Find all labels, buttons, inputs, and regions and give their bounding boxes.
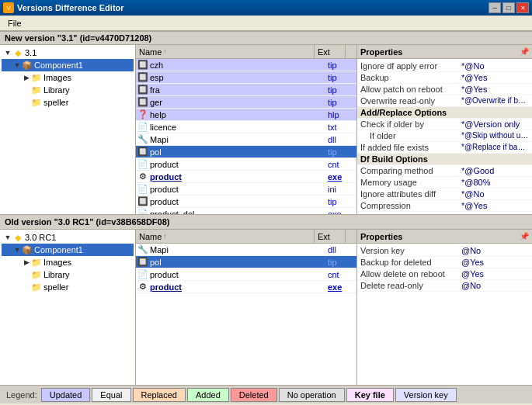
- prop-value-backup: *@Yes: [461, 73, 529, 82]
- file-name-product-ini: product: [150, 185, 328, 194]
- prop-value-added-exists: *@Replace if backupec: [461, 143, 529, 152]
- folder-icon-bottom-speller: 📁: [31, 282, 42, 292]
- toggle-images[interactable]: ▶: [22, 73, 31, 82]
- prop-comparing: Comparing method *@Good: [357, 165, 532, 177]
- file-ext-pol: tip: [328, 147, 355, 157]
- bottom-file-list-panel: Name ↑ Ext 🔧 Mapi dll: [136, 230, 357, 385]
- bottom-prop-delete-reboot: Allow delete on reboot @Yes: [357, 268, 532, 280]
- legend-added: Added: [187, 388, 229, 402]
- tree-item-bottom-images[interactable]: ▶ 📁 Images: [2, 256, 134, 268]
- prop-value-comparing: *@Good: [461, 166, 529, 175]
- pin-icon-top[interactable]: 📌: [520, 47, 529, 56]
- bottom-file-icon-mapi: 🔧: [137, 244, 148, 255]
- bottom-properties-title: Properties: [360, 232, 402, 241]
- tree-item-speller[interactable]: 📁 speller: [2, 96, 134, 109]
- prop-overwrite-ro: Overwrite read-only *@Overwrite if backu…: [357, 95, 532, 107]
- folder-icon-speller: 📁: [31, 97, 42, 108]
- file-row-product-exe[interactable]: ⚙ product exe: [136, 171, 356, 183]
- prop-label-ignore-df: Ignore df apply error: [360, 61, 461, 71]
- top-properties-panel: Properties 📌 Ignore df apply error *@No …: [357, 45, 532, 237]
- toggle-bottom-root[interactable]: ▼: [3, 233, 12, 242]
- file-row-product-cnt[interactable]: 📄 product cnt: [136, 158, 356, 171]
- file-row-esp[interactable]: 🔲 esp tip: [136, 71, 356, 84]
- tree-item-component1[interactable]: ▼ 📦 Component1: [2, 59, 134, 71]
- file-row-product-tip[interactable]: 🔲 product tip: [136, 196, 356, 208]
- bottom-file-ext-mapi: dll: [328, 245, 355, 254]
- tree-item-bottom-speller[interactable]: 📁 speller: [2, 281, 134, 293]
- toggle-bottom-images[interactable]: ▶: [22, 258, 31, 267]
- app-icon: V: [3, 2, 14, 13]
- file-ext-czh: tip: [328, 61, 355, 70]
- bottom-file-ext-product-cnt: cnt: [328, 270, 355, 279]
- tree-item-library[interactable]: 📁 Library: [2, 84, 134, 96]
- bottom-prop-version-key: Version key @No: [357, 245, 532, 257]
- bottom-header-text: Old version "3.0 RC1" (id=v38B658DF08): [5, 217, 170, 227]
- prop-label-comparing: Comparing method: [360, 166, 461, 175]
- bottom-file-ext-pol: tip: [328, 258, 355, 267]
- menu-file[interactable]: File: [3, 18, 26, 29]
- top-section-header: New version "3.1" (id=v4470D71208): [0, 31, 532, 45]
- file-ext-help: hlp: [328, 110, 355, 119]
- file-name-czh: czh: [150, 61, 328, 70]
- file-row-fra[interactable]: 🔲 fra tip: [136, 84, 356, 96]
- file-name-product-exe: product: [150, 172, 328, 182]
- col-name[interactable]: Name ↑: [136, 45, 315, 58]
- file-ext-product-tip: tip: [328, 197, 355, 206]
- bottom-file-icon-product-cnt: 📄: [137, 269, 148, 280]
- bottom-col-name[interactable]: Name ↑: [136, 230, 315, 243]
- bottom-col-scroll-header: [346, 230, 356, 243]
- toggle-comp1[interactable]: ▼: [12, 61, 22, 70]
- legend-no-operation: No operation: [279, 388, 345, 402]
- menu-bar: File: [0, 16, 532, 31]
- prop-backup: Backup *@Yes: [357, 72, 532, 84]
- bottom-file-list-header: Name ↑ Ext: [136, 230, 356, 244]
- top-properties-header: Properties 📌: [357, 45, 532, 59]
- file-row-help[interactable]: ❓ help hlp: [136, 109, 356, 121]
- toggle-bottom-comp1[interactable]: ▼: [12, 245, 22, 254]
- file-ext-product-ini: ini: [328, 185, 355, 194]
- pin-icon-bottom[interactable]: 📌: [520, 232, 529, 241]
- tree-item-bottom-comp1[interactable]: ▼ 📦 Component1: [2, 244, 134, 256]
- file-name-licence: licence: [150, 123, 328, 132]
- close-button[interactable]: ✕: [516, 2, 529, 13]
- tree-item-bottom-library[interactable]: 📁 Library: [2, 268, 134, 281]
- prop-compression: Compression *@Yes: [357, 200, 532, 212]
- top-file-list-body[interactable]: 🔲 czh tip 🔲 esp tip 🔲 fra tip: [136, 59, 356, 237]
- bottom-col-ext[interactable]: Ext: [315, 230, 346, 243]
- toggle-root[interactable]: ▼: [3, 48, 12, 57]
- col-ext[interactable]: Ext: [315, 45, 346, 58]
- file-icon-help: ❓: [137, 109, 148, 120]
- tree-item-root[interactable]: ▼ ◆ 3.1: [2, 47, 134, 59]
- bottom-file-row-product-exe[interactable]: ⚙ product exe: [136, 281, 356, 293]
- bottom-file-name-product-cnt: product: [150, 270, 328, 279]
- legend-updated-label: Updated: [50, 390, 82, 400]
- file-name-mapi: Mapi: [150, 135, 328, 144]
- file-row-licence[interactable]: 📄 licence txt: [136, 121, 356, 133]
- bottom-file-list-body[interactable]: 🔧 Mapi dll 🔲 pol tip 📄 product cnt: [136, 244, 356, 385]
- top-properties-title: Properties: [360, 47, 402, 57]
- bottom-prop-value-delete-reboot: @Yes: [461, 269, 529, 279]
- folder-icon-bottom-images: 📁: [31, 257, 42, 268]
- sort-arrow-name: ↑: [163, 48, 166, 55]
- legend-deleted-label: Deleted: [239, 390, 269, 400]
- bottom-col-ext-label: Ext: [318, 232, 330, 241]
- file-icon-product-tip: 🔲: [137, 196, 148, 207]
- maximize-button[interactable]: □: [502, 2, 515, 13]
- file-name-ger: ger: [150, 98, 328, 107]
- bottom-file-row-mapi[interactable]: 🔧 Mapi dll: [136, 244, 356, 256]
- file-row-mapi[interactable]: 🔧 Mapi dll: [136, 133, 356, 146]
- file-icon-mapi: 🔧: [137, 134, 148, 145]
- prop-check-older: Check if older by *@Version only: [357, 119, 532, 130]
- bottom-file-row-pol[interactable]: 🔲 pol tip: [136, 256, 356, 268]
- bottom-file-row-product-cnt[interactable]: 📄 product cnt: [136, 268, 356, 281]
- file-row-czh[interactable]: 🔲 czh tip: [136, 59, 356, 71]
- minimize-button[interactable]: ─: [489, 2, 501, 13]
- legend-bar: Legend: Updated Equal Replaced Added Del…: [0, 385, 532, 403]
- file-row-pol[interactable]: 🔲 pol tip: [136, 146, 356, 158]
- tree-item-bottom-root[interactable]: ▼ ◆ 3.0 RC1: [2, 231, 134, 244]
- bottom-panels: ▼ ◆ 3.0 RC1 ▼ 📦 Component1 ▶ 📁 Images 📁: [0, 230, 532, 385]
- file-row-product-ini[interactable]: 📄 product ini: [136, 183, 356, 196]
- file-row-ger[interactable]: 🔲 ger tip: [136, 96, 356, 109]
- tree-item-images[interactable]: ▶ 📁 Images: [2, 71, 134, 84]
- prop-added-exists: If added file exists *@Replace if backup…: [357, 142, 532, 154]
